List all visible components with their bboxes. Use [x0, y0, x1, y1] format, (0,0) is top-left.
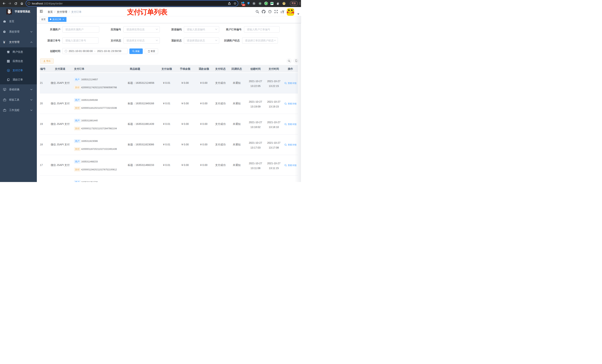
- svg-text:?: ?: [269, 10, 271, 13]
- svg-text:¥: ¥: [8, 70, 9, 72]
